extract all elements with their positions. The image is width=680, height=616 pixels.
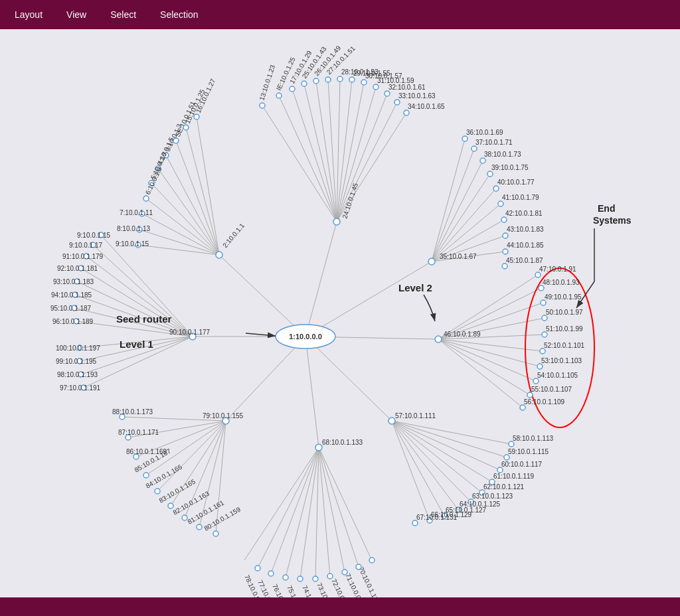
menu-layout[interactable]: Layout	[3, 5, 54, 24]
svg-line-2	[305, 262, 432, 337]
svg-line-58	[258, 447, 319, 568]
svg-text:46:10.0.1.89: 46:10.0.1.89	[444, 331, 481, 338]
svg-point-180	[497, 467, 503, 473]
svg-point-156	[535, 272, 541, 277]
svg-line-15	[337, 79, 340, 222]
svg-text:39:10.0.1.75: 39:10.0.1.75	[491, 164, 529, 171]
svg-point-168	[537, 364, 543, 369]
svg-text:92:10.0.1.181: 92:10.0.1.181	[57, 265, 98, 272]
svg-text:24:10.0.1.45: 24:10.0.1.45	[341, 182, 359, 220]
svg-text:57:10.0.1.111: 57:10.0.1.111	[395, 412, 436, 420]
svg-point-172	[527, 392, 533, 398]
svg-point-97	[435, 336, 442, 343]
svg-point-123	[349, 77, 355, 82]
network-graph[interactable]: 1:10.0.0.0 24:10.0.1.45 35:10.0.1.67 46:…	[0, 29, 680, 597]
svg-text:53:10:0.1.103: 53:10:0.1.103	[541, 357, 582, 364]
svg-line-89	[186, 127, 219, 255]
svg-line-8	[219, 255, 305, 337]
svg-text:32:10.0.1.61: 32:10.0.1.61	[388, 84, 426, 91]
svg-point-139	[480, 158, 485, 163]
svg-text:62:10.0.1.121: 62:10.0.1.121	[483, 483, 525, 491]
menu-view[interactable]: View	[54, 5, 98, 24]
svg-line-44	[392, 421, 492, 482]
svg-text:2:10.0.1.1: 2:10.0.1.1	[221, 222, 246, 249]
svg-point-151	[503, 249, 508, 254]
svg-point-274	[194, 114, 199, 119]
svg-point-200	[342, 570, 347, 575]
svg-point-198	[356, 564, 361, 570]
svg-point-212	[255, 566, 260, 571]
svg-point-145	[498, 201, 503, 206]
menubar: Layout View Select Selection	[0, 0, 680, 29]
svg-line-1	[305, 222, 337, 337]
svg-text:35:10.0.1.67: 35:10.0.1.67	[440, 253, 477, 260]
svg-text:96:10.0.1.189: 96:10.0.1.189	[52, 318, 94, 325]
menu-selection[interactable]: Selection	[148, 5, 211, 24]
svg-text:51:10.0.1.99: 51:10.0.1.99	[546, 325, 583, 333]
svg-point-204	[313, 576, 318, 581]
svg-point-121	[337, 76, 343, 82]
svg-point-135	[462, 136, 468, 141]
svg-point-214	[213, 531, 218, 536]
svg-text:94:10.0.1.185: 94:10.0.1.185	[51, 291, 92, 299]
svg-point-115	[301, 81, 307, 86]
svg-line-51	[319, 447, 359, 567]
svg-line-38	[438, 339, 536, 381]
end-systems-label: End	[598, 203, 615, 214]
svg-point-153	[502, 264, 507, 269]
svg-point-101	[315, 444, 322, 451]
svg-line-82	[158, 169, 219, 255]
svg-text:7:10.0.1.11: 7:10.0.1.11	[120, 209, 153, 216]
svg-point-129	[384, 91, 390, 96]
svg-text:50:10.0.1.97: 50:10.0.1.97	[546, 309, 583, 316]
svg-line-39	[438, 339, 530, 395]
svg-text:48:10.0.1.93: 48:10.0.1.93	[543, 279, 580, 286]
svg-point-178	[504, 455, 509, 460]
svg-text:47:10.0.1.91: 47:10.0.1.91	[539, 266, 576, 273]
svg-line-43	[392, 421, 500, 470]
svg-text:54:10.0.1.105: 54:10.0.1.105	[537, 372, 578, 379]
svg-text:97:10.0.1.191: 97:10.0.1.191	[60, 384, 101, 392]
svg-point-113	[290, 86, 295, 92]
level2-label: Level 2	[398, 282, 432, 293]
svg-text:86:10.0.1.169: 86:10.0.1.169	[126, 448, 167, 455]
svg-text:99:10.0.1.195: 99:10.0.1.195	[56, 358, 97, 365]
svg-point-95	[428, 258, 435, 265]
svg-text:40:10.0.1.77: 40:10.0.1.77	[497, 179, 535, 186]
svg-point-147	[501, 217, 507, 222]
svg-point-270	[173, 138, 179, 143]
svg-line-25	[432, 174, 490, 262]
svg-point-272	[183, 125, 189, 130]
svg-text:49:10.0.1.95: 49:10.0.1.95	[545, 293, 582, 301]
svg-text:61:10.0.1.119: 61:10.0.1.119	[493, 473, 535, 480]
svg-line-41	[392, 421, 511, 444]
menu-select[interactable]: Select	[98, 5, 148, 24]
svg-text:70:10.0.1.139: 70:10.0.1.139	[357, 566, 381, 597]
svg-line-59	[244, 447, 319, 560]
svg-point-162	[542, 315, 547, 321]
svg-line-5	[305, 337, 319, 447]
statusbar	[0, 597, 680, 616]
svg-text:59:10.0.1.115: 59:10.0.1.115	[508, 448, 549, 455]
svg-text:41:10.0.1.79: 41:10.0.1.79	[502, 194, 539, 201]
svg-text:33:10.0.1.63: 33:10.0.1.63	[398, 92, 436, 100]
svg-line-4	[305, 337, 392, 421]
svg-point-220	[168, 503, 173, 508]
svg-text:44:10.0.1.85: 44:10.0.1.85	[507, 242, 544, 249]
svg-point-196	[369, 558, 375, 563]
svg-text:90:10.0.1.177: 90:10.0.1.177	[169, 329, 211, 336]
svg-point-107	[216, 252, 222, 258]
svg-line-23	[432, 149, 474, 262]
svg-text:36:10.0.1.69: 36:10.0.1.69	[466, 129, 503, 136]
svg-line-87	[138, 245, 219, 255]
svg-text:1:10.0.0.0: 1:10.0.0.0	[289, 333, 322, 341]
svg-point-208	[283, 575, 288, 580]
svg-point-119	[325, 77, 331, 82]
svg-line-12	[304, 84, 337, 222]
svg-text:98:10.0.1.193: 98:10.0.1.193	[57, 371, 98, 378]
svg-text:68:10.0.1.133: 68:10.0.1.133	[322, 439, 363, 446]
svg-point-158	[539, 285, 544, 291]
svg-point-93	[333, 218, 340, 225]
svg-text:91:10.0.1.179: 91:10.0.1.179	[62, 253, 104, 260]
svg-point-164	[542, 332, 547, 337]
